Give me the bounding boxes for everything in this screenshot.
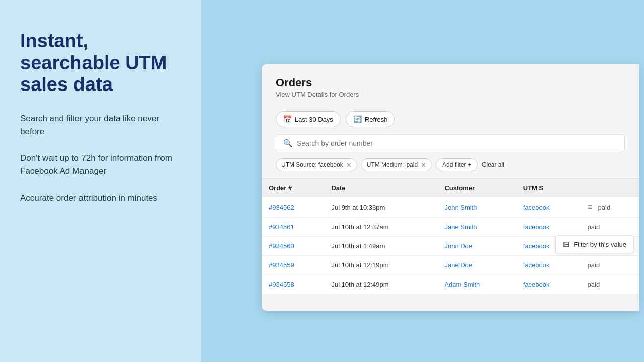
table-row: #934562 Jul 9th at 10:33pm John Smith fa… — [262, 197, 639, 218]
filter-utm-source-remove[interactable]: ✕ — [346, 162, 352, 168]
order-date: Jul 10th at 12:37am — [324, 218, 437, 237]
order-date: Jul 10th at 1:49am — [324, 237, 437, 256]
add-filter-button[interactable]: Add filter + — [436, 158, 478, 171]
search-bar[interactable]: 🔍 — [276, 134, 625, 152]
order-status: paid — [588, 281, 600, 288]
customer-name[interactable]: Jane Smith — [444, 223, 477, 231]
order-status: paid — [588, 223, 600, 231]
toolbar: 📅 Last 30 Days 🔄 Refresh — [262, 106, 639, 134]
date-range-button[interactable]: 📅 Last 30 Days — [276, 111, 341, 127]
order-status: paid — [598, 204, 611, 211]
filter-row-icon[interactable]: ≡ — [588, 203, 592, 211]
order-number[interactable]: #934561 — [269, 223, 294, 231]
table-row: #934561 Jul 10th at 12:37am Jane Smith f… — [262, 218, 639, 237]
orders-header: Orders View UTM Details for Orders — [262, 64, 639, 106]
customer-name[interactable]: Jane Doe — [444, 261, 472, 269]
order-date: Jul 9th at 10:33pm — [324, 197, 437, 218]
order-date: Jul 10th at 12:19pm — [324, 256, 437, 275]
col-header-customer: Customer — [437, 179, 516, 197]
order-status: paid — [588, 261, 600, 269]
calendar-icon: 📅 — [283, 115, 292, 123]
utm-source-value[interactable]: facebook — [523, 204, 550, 211]
search-input[interactable] — [297, 139, 617, 147]
col-header-date: Date — [324, 179, 437, 197]
refresh-icon: 🔄 — [353, 115, 362, 123]
tooltip-text: Filter by this value — [574, 241, 626, 248]
date-range-label: Last 30 Days — [295, 116, 333, 123]
subtext-1: Search and filter your data like never b… — [20, 112, 181, 138]
order-date: Jul 10th at 12:49pm — [324, 275, 437, 294]
clear-all-label: Clear all — [482, 161, 504, 168]
refresh-label: Refresh — [365, 116, 388, 123]
filter-utm-medium-label: UTM Medium: paid — [367, 161, 418, 168]
filter-row: UTM Source: facebook ✕ UTM Medium: paid … — [262, 158, 639, 178]
customer-name[interactable]: Adam Smith — [444, 281, 480, 288]
headline: Instant, searchable UTM sales data — [20, 30, 181, 96]
refresh-button[interactable]: 🔄 Refresh — [346, 111, 395, 127]
subtext-3: Accurate order attribution in minutes — [20, 192, 181, 205]
utm-source-value[interactable]: facebook — [523, 281, 550, 288]
orders-title: Orders — [276, 76, 625, 89]
order-number[interactable]: #934562 — [269, 204, 294, 211]
order-number[interactable]: #934558 — [269, 281, 294, 288]
filter-icon: ⊟ — [563, 240, 570, 249]
utm-source-value[interactable]: facebook — [523, 261, 550, 269]
order-number[interactable]: #934560 — [269, 242, 294, 250]
subtext-2: Don't wait up to 72h for information fro… — [20, 152, 181, 177]
left-panel: Instant, searchable UTM sales data Searc… — [0, 0, 201, 362]
customer-name[interactable]: John Doe — [444, 242, 472, 250]
filter-utm-medium-remove[interactable]: ✕ — [421, 162, 426, 168]
col-header-order: Order # — [262, 179, 324, 197]
tooltip-bubble: ⊟ Filter by this value — [555, 235, 634, 253]
utm-source-value[interactable]: facebook — [523, 242, 550, 250]
table-header-row: Order # Date Customer UTM S — [262, 179, 639, 197]
orders-window: Orders View UTM Details for Orders 📅 Las… — [262, 64, 639, 311]
table-row: #934558 Jul 10th at 12:49pm Adam Smith f… — [262, 275, 639, 294]
filter-chip-utm-source[interactable]: UTM Source: facebook ✕ — [276, 158, 357, 171]
col-header-utm-source: UTM S — [516, 179, 581, 197]
search-icon: 🔍 — [283, 139, 293, 148]
col-header-status — [581, 179, 639, 197]
utm-source-value[interactable]: facebook — [523, 223, 550, 231]
filter-utm-source-label: UTM Source: facebook — [281, 161, 343, 168]
table-row: #934559 Jul 10th at 12:19pm Jane Doe fac… — [262, 256, 639, 275]
filter-chip-utm-medium[interactable]: UTM Medium: paid ✕ — [361, 158, 432, 171]
order-number[interactable]: #934559 — [269, 261, 294, 269]
right-panel: Orders View UTM Details for Orders 📅 Las… — [201, 0, 644, 362]
orders-subtitle: View UTM Details for Orders — [276, 90, 625, 98]
clear-all-button[interactable]: Clear all — [482, 161, 504, 168]
add-filter-label: Add filter + — [442, 161, 471, 168]
customer-name[interactable]: John Smith — [444, 204, 477, 211]
